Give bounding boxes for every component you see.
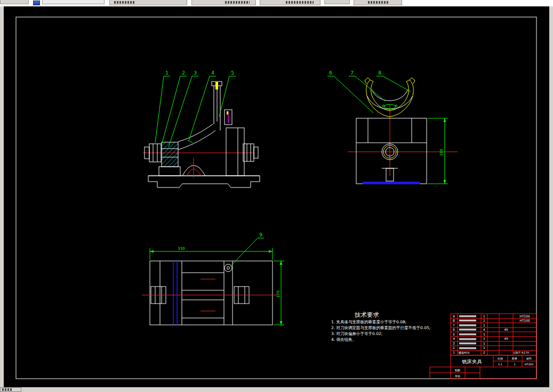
tech-requirements: 技术要求 1. 夹具体与支撑板的垂直度小于等于0.08; 2. 对刀块调定面与支… [331, 311, 430, 342]
bom-cell: 1 [483, 318, 485, 322]
bom-cell: 2 [453, 346, 455, 349]
taskbar-text-fragment [2, 388, 12, 391]
bom-cell: 4 [453, 337, 455, 340]
dimension-text: 170 [276, 290, 280, 297]
toolbar-fragment[interactable] [191, 0, 256, 5]
toolbar-text-fragment [286, 1, 314, 4]
tech-requirement-item: 4. 倒去锐角。 [331, 337, 356, 342]
balloon-label: 6 [329, 70, 332, 76]
balloon-label: 8 [378, 70, 381, 76]
dimension-text: 180 [439, 149, 444, 156]
front-view [143, 81, 260, 187]
bom-cell: 45 [504, 337, 508, 340]
bom-cell: 1 [483, 323, 485, 327]
bom-cell: 7 [453, 323, 455, 327]
qty-value: 1 [514, 363, 515, 366]
balloon-label: 4 [211, 70, 214, 76]
top-width-dimension: 330 [150, 247, 273, 260]
bom-cell: 1 [483, 337, 485, 340]
bom-cell: 1 [483, 346, 485, 349]
top-toolbar-strip [0, 0, 553, 6]
balloon-label: 5 [231, 70, 234, 76]
toolbar-fragment[interactable] [354, 0, 402, 5]
dimension-text: 330 [178, 247, 185, 251]
toolbar-fragment[interactable] [42, 0, 105, 4]
toolbar-fragment[interactable] [109, 0, 187, 5]
toolbar-text-fragment [225, 1, 250, 4]
material-value: HT200 [525, 363, 533, 366]
material-label: 材料 [526, 357, 532, 361]
cad-screen: 1 2 3 4 5 [0, 0, 553, 392]
tech-requirement-item: 1. 夹具体与支撑板的垂直度小于等于0.08; [331, 320, 406, 324]
bom-cell: 6 [453, 328, 455, 331]
bom-cell: 1 [483, 341, 485, 345]
bom-cell: 3 [453, 341, 455, 345]
bom-cell: 螺母M16 [459, 351, 470, 354]
toolbar-fragment[interactable] [324, 0, 350, 4]
balloon-label: 7 [350, 70, 354, 76]
aux-highlight [227, 111, 228, 115]
bom-cell: 2 [483, 350, 485, 354]
bom-cell: 5 [453, 332, 455, 336]
drawing-svg: 1 2 3 4 5 [4, 6, 549, 387]
toolbar-fragment[interactable] [0, 0, 29, 4]
app-icon[interactable] [33, 1, 40, 5]
sheet-frame [16, 17, 536, 379]
bom-cell: 1 [453, 350, 455, 354]
balloon-label: 3 [194, 70, 197, 76]
title-block: 铣床夹具 比例 1:1 数量 1 材料 HT200 制图 审核 [430, 355, 536, 379]
top-depth-dimension: 170 [274, 261, 284, 325]
datum-base-line [363, 182, 420, 184]
qty-label: 数量 [512, 357, 517, 360]
balloon-label: 1 [165, 70, 169, 76]
toolbar-text-fragment [368, 1, 389, 4]
top-view: 330 170 [142, 247, 284, 325]
tech-requirement-item: 2. 对刀块调定面与支撑板的垂直面的平行度不低于0.05; [331, 325, 430, 330]
tech-requirement-item: 3. 对刀块偏差小于等于0.02; [331, 331, 382, 336]
audit-label: 审核 [455, 374, 460, 378]
drawing-canvas[interactable]: 1 2 3 4 5 [4, 6, 549, 387]
bom-cell: HT200 [519, 314, 530, 318]
scale-value: 1:1 [498, 363, 502, 366]
bom-cell: 1 [483, 314, 485, 318]
bom-cell: 1 [483, 332, 485, 336]
toolbar-text-fragment [114, 1, 135, 4]
tech-requirements-title: 技术要求 [354, 311, 380, 318]
taskbar-fragment[interactable] [0, 387, 21, 392]
bom-cell: GB/T 6170 [514, 351, 529, 354]
drawing-title: 铣床夹具 [462, 358, 483, 364]
bom-cell: 8 [453, 318, 455, 322]
side-height-dimension: 180 [428, 118, 448, 184]
bom-cell: 4 [483, 328, 485, 331]
aux-highlight [215, 82, 218, 89]
bom-table: 9 1 HT200 8 1 HT200 7 1 6 4 45 5 1 4 1 4… [451, 314, 536, 355]
balloons-side: 6 7 8 [327, 70, 411, 113]
scale-label: 比例 [498, 357, 503, 361]
balloon-label: 2 [182, 70, 185, 76]
bom-cell: 45 [504, 328, 508, 331]
bom-cell: 9 [453, 314, 455, 318]
balloons-front: 1 2 3 4 5 [155, 70, 236, 147]
toolbar-fragment[interactable] [260, 0, 320, 5]
section-hatch [162, 142, 178, 167]
bom-cell: HT200 [519, 318, 530, 322]
side-view: 180 [348, 78, 458, 184]
draft-label: 制图 [455, 369, 460, 372]
balloon-label: 9 [259, 232, 262, 238]
